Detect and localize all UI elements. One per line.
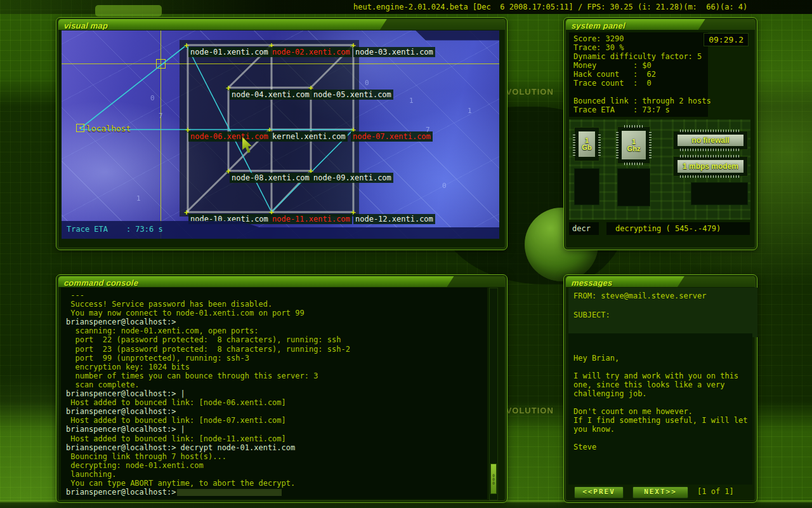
stat-line: Bounced link : through 2 hosts (573, 97, 708, 105)
console-line: You can type ABORT anytime, to abort the… (66, 479, 485, 488)
firewall-label: no firewall (678, 135, 743, 146)
system-panel-content: Score: 3290Trace: 30 %Dynamic difficulty… (567, 30, 754, 245)
chip-pins (680, 149, 741, 151)
decrypt-status-readout: decrypting ( 545-.-479) (606, 222, 750, 235)
photo-digit: 0 (365, 79, 369, 87)
console-line: Host added to bounced link: [node-06.xen… (66, 398, 485, 407)
visual-map-header: visual map (58, 19, 505, 30)
message-body-line: challenging job. (573, 389, 752, 398)
map-node-label[interactable]: node-05.xenti.com (311, 90, 393, 100)
empty-hardware-slot (691, 182, 748, 205)
console-line: scan complete. (66, 380, 485, 389)
session-clock: 09:29.2 (704, 33, 749, 46)
chip-pins (616, 132, 619, 158)
messages-header: messages (566, 276, 755, 287)
message-body: Hey Brian,I will try and work with you o… (568, 333, 752, 485)
stat-line (573, 88, 708, 97)
message-body-line: you know. (573, 425, 752, 434)
stat-line: Hack count : 62 (573, 70, 708, 79)
message-envelope-block: FROM: steve@mail.steve.serverSUBJECT: (568, 288, 757, 337)
stat-line: Score: 3290 (573, 34, 708, 43)
message-body-line: Hey Brian, (573, 354, 752, 363)
console-line: brianspencer@localhost:> (66, 407, 485, 416)
localhost-marker-icon[interactable] (76, 124, 84, 132)
chip-pins (680, 175, 741, 178)
message-body-line (573, 398, 752, 407)
console-scrollbar[interactable]: 000 (489, 288, 498, 500)
map-node-label[interactable]: node-04.xenti.com (230, 90, 311, 100)
cpu-label: 1 (632, 138, 636, 145)
console-line: Host added to bounced link: [node-11.xen… (66, 434, 485, 443)
console-line: decrypting: node-01.xenti.com (66, 461, 485, 470)
console-line: --- (66, 291, 485, 300)
message-body-line: Don't count on me however. (573, 407, 752, 416)
map-node-label[interactable]: node-02.xenti.com (270, 47, 352, 57)
photo-digit: 7 (426, 126, 430, 134)
console-lines: --- Success! Service password has been d… (66, 291, 485, 497)
console-line: encryption key: 1024 bits (66, 363, 485, 371)
console-scrollbar-thumb[interactable]: 000 (490, 464, 497, 494)
console-line: number of times you can bounce through t… (66, 371, 485, 380)
console-line: You may now connect to node-01.xenti.com… (66, 309, 485, 318)
modem-module: 1 mbps modem (673, 156, 748, 177)
console-line[interactable]: brianspencer@localhost:> (66, 488, 485, 497)
console-line: Bouncing link through 7 host(s)... (66, 452, 485, 461)
chip-pins (624, 163, 643, 165)
empty-hardware-slot (617, 168, 650, 206)
console-input-cursor[interactable] (177, 489, 282, 496)
stat-line: Money : $0 (573, 61, 708, 70)
console-output-area[interactable]: --- Success! Service password has been d… (61, 288, 487, 499)
map-node-label[interactable]: node-03.xenti.com (353, 47, 435, 57)
message-body-line: Steve (573, 443, 752, 451)
map-node-label[interactable]: node-01.xenti.com (188, 47, 270, 57)
command-console-panel: command console --- Success! Service pas… (56, 274, 508, 503)
message-header-line: FROM: steve@mail.steve.server (573, 291, 757, 301)
visual-map-title: visual map (58, 21, 108, 30)
visual-map-panel: visual map +++++++++++++node-01.xenti.co… (56, 17, 508, 250)
map-node-label[interactable]: node-11.xenti.com (270, 214, 352, 224)
console-line: scanning: node-01.xenti.com, open ports: (66, 326, 485, 335)
console-line: brianspencer@localhost:> | (66, 425, 485, 434)
messages-title: messages (566, 278, 613, 287)
localhost-label[interactable]: localhost (86, 124, 131, 133)
map-node-label[interactable]: node-12.xenti.com (353, 214, 435, 224)
chip-pins (573, 133, 575, 156)
chip-pins (624, 125, 643, 128)
background-art-pill (95, 5, 162, 17)
message-body-line: I will try and work with you on this (573, 371, 752, 380)
message-body-line: one, since this looks like a very (573, 380, 752, 389)
message-header-line (573, 301, 757, 311)
map-node-label[interactable]: node-07.xenti.com (351, 131, 433, 142)
map-node-label[interactable]: node-09.xenti.com (311, 173, 393, 183)
map-node-layer: +++++++++++++node-01.xenti.comnode-02.xe… (62, 30, 499, 239)
scroll-thumb-mark: 0 (492, 478, 495, 481)
cpu-label: Ghz (627, 145, 641, 152)
message-body-line (573, 434, 752, 443)
map-node-label[interactable]: node-08.xenti.com (230, 173, 311, 183)
message-page-indicator: [1 of 1] (697, 487, 734, 496)
next-message-button[interactable]: NEXT>> (632, 486, 688, 498)
photo-digit: 1 (468, 107, 472, 115)
prev-message-button[interactable]: <<PREV (574, 486, 624, 498)
console-line: port 22 (password protected: 8 character… (66, 335, 485, 344)
active-command-abbrev: decr (569, 222, 599, 235)
ram-label: Gb (582, 144, 591, 151)
modem-label: 1 mbps modem (678, 160, 743, 173)
chip-pins (598, 133, 601, 156)
map-node-label[interactable]: node-06.xenti.com (188, 131, 270, 142)
map-trace-eta-text: Trace ETA : 73:6 s (67, 225, 163, 234)
console-line: brianspencer@localhost:> (66, 318, 485, 326)
stat-line: Dynamic difficulty factor: 5 (573, 52, 708, 61)
photo-digit: 1 (136, 194, 141, 203)
console-line: brianspencer@localhost:> decrypt node-01… (66, 443, 485, 452)
system-panel-header: system panel (566, 19, 755, 30)
scroll-thumb-mark: 0 (492, 474, 495, 477)
hardware-board: 1 Gb 1 Ghz no firewall (569, 119, 750, 220)
stat-line: Trace: 30 % (573, 43, 708, 52)
photo-digit: 1 (409, 97, 414, 105)
map-node-label[interactable]: kernel.xenti.com (270, 131, 348, 142)
engine-status-text: heut.engine-2.01.024.beta [Dec 6 2008.17… (353, 3, 747, 11)
stat-line: Trace count : 0 (573, 79, 708, 88)
network-map-viewport[interactable]: +++++++++++++node-01.xenti.comnode-02.xe… (62, 30, 499, 239)
firewall-module: no firewall (673, 131, 748, 150)
